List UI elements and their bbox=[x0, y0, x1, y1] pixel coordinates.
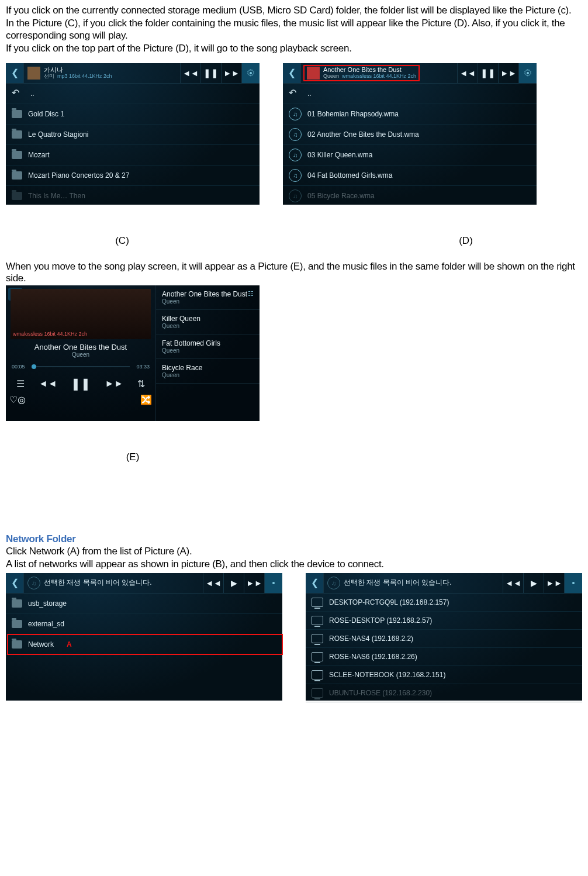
device-name: UBUNTU-ROSE (192.168.2.230) bbox=[329, 689, 432, 697]
folder-row[interactable]: Mozart Piano Concertos 20 & 27 bbox=[6, 165, 260, 186]
caption-c: (C) bbox=[6, 235, 238, 247]
prev-button[interactable]: ◄◄ bbox=[39, 378, 57, 389]
folder-name: Mozart bbox=[28, 151, 50, 159]
file-row[interactable]: ♫05 Bicycle Race.wma bbox=[283, 186, 537, 205]
folder-name: Le Quattro Stagioni bbox=[28, 130, 88, 139]
next-button[interactable]: ►► bbox=[498, 63, 518, 83]
up-folder-row[interactable]: .. bbox=[283, 84, 537, 104]
network-device-row[interactable]: UBUNTU-ROSE (192.168.2.230) bbox=[306, 684, 582, 702]
time-current: 00:05 bbox=[12, 364, 28, 370]
play-button[interactable]: ▶ bbox=[223, 573, 244, 593]
settings-button[interactable] bbox=[264, 573, 282, 593]
prev-button[interactable]: ◄◄ bbox=[203, 573, 223, 593]
shuffle-icon[interactable]: 🔀 bbox=[140, 394, 152, 405]
now-playing-bar[interactable]: Another One Bites the Dust Queen wmaloss… bbox=[301, 64, 457, 82]
item-artist: Queen bbox=[162, 323, 254, 329]
back-button[interactable]: ❮ bbox=[6, 63, 24, 83]
back-button[interactable]: ❮ bbox=[283, 63, 301, 83]
item-title: Killer Queen bbox=[162, 315, 254, 323]
folder-name: Mozart Piano Concertos 20 & 27 bbox=[28, 171, 129, 180]
highlight-box-a bbox=[7, 634, 283, 655]
album-thumb-icon bbox=[307, 67, 320, 80]
paragraph-3: If you click on the top part of the Pict… bbox=[6, 43, 582, 54]
now-playing-bar[interactable]: 가시나 선미 mp3 16bit 44.1KHz 2ch bbox=[24, 67, 180, 80]
playlist-item[interactable]: Fat Bottomed GirlsQueen bbox=[156, 334, 260, 359]
folder-name: usb_storage bbox=[28, 599, 67, 608]
file-row[interactable]: ♫03 Killer Queen.wma bbox=[283, 145, 537, 165]
pc-icon bbox=[312, 688, 323, 698]
seek-bar[interactable] bbox=[32, 366, 130, 367]
playlist-item[interactable]: ☷Another One Bites the DustQueen bbox=[156, 285, 260, 310]
item-artist: Queen bbox=[162, 372, 254, 378]
pause-button[interactable]: ❚❚ bbox=[71, 377, 91, 391]
prev-button[interactable]: ◄◄ bbox=[180, 63, 200, 83]
up-icon bbox=[289, 89, 302, 98]
np-artist: Queen bbox=[323, 73, 339, 79]
svg-point-3 bbox=[572, 582, 575, 584]
item-title: Fat Bottomed Girls bbox=[162, 339, 254, 347]
folder-row[interactable]: Le Quattro Stagioni bbox=[6, 125, 260, 145]
file-row[interactable]: ♫01 Bohemian Rhapsody.wma bbox=[283, 104, 537, 125]
music-icon: ♫ bbox=[289, 189, 302, 202]
screenshot-b: ❮ ♫ 선택한 재생 목록이 비어 있습니다. ◄◄ ▶ ►► DESKTOP-… bbox=[306, 573, 582, 701]
screenshot-c: ❮ 가시나 선미 mp3 16bit 44.1KHz 2ch ◄◄ ❚❚ ►► … bbox=[6, 63, 260, 205]
paragraph-4: When you move to the song play screen, i… bbox=[6, 261, 582, 285]
next-button[interactable]: ►► bbox=[544, 573, 564, 593]
pc-icon bbox=[312, 616, 323, 625]
now-playing-bar[interactable]: ♫ 선택한 재생 목록이 비어 있습니다. bbox=[24, 577, 203, 589]
up-folder-row[interactable]: .. bbox=[6, 84, 260, 104]
svg-point-0 bbox=[250, 72, 252, 74]
music-icon: ♫ bbox=[289, 169, 302, 182]
up-icon bbox=[12, 89, 25, 98]
network-device-row[interactable]: SCLEE-NOTEBOOK (192.168.2.151) bbox=[306, 666, 582, 684]
pc-icon bbox=[312, 634, 323, 643]
file-name: 02 Another One Bites the Dust.wma bbox=[307, 130, 419, 139]
playlist-item[interactable]: Killer QueenQueen bbox=[156, 310, 260, 334]
back-button[interactable]: ❮ bbox=[306, 573, 324, 593]
playlist-item[interactable]: Bicycle RaceQueen bbox=[156, 359, 260, 384]
svg-point-2 bbox=[272, 582, 275, 584]
settings-button[interactable] bbox=[518, 63, 537, 83]
item-title: Bicycle Race bbox=[162, 364, 254, 372]
up-label: .. bbox=[30, 89, 34, 98]
settings-button[interactable] bbox=[241, 63, 260, 83]
np-meta: mp3 16bit 44.1KHz 2ch bbox=[57, 73, 112, 79]
file-row[interactable]: ♫02 Another One Bites the Dust.wma bbox=[283, 125, 537, 145]
record-icon[interactable]: ◎ bbox=[18, 394, 26, 405]
settings-button[interactable] bbox=[564, 573, 582, 593]
pause-button[interactable]: ❚❚ bbox=[478, 63, 498, 83]
back-button[interactable]: ❮ bbox=[6, 573, 24, 593]
paragraph-6: A list of networks will appear as shown … bbox=[6, 558, 582, 570]
file-name: 05 Bicycle Race.wma bbox=[307, 192, 375, 200]
folder-row[interactable]: external_sd bbox=[6, 614, 282, 634]
folder-row[interactable]: Gold Disc 1 bbox=[6, 104, 260, 125]
album-art: wmalossless 16bit 44.1KHz 2ch bbox=[11, 289, 151, 339]
folder-row[interactable]: Mozart bbox=[6, 145, 260, 165]
play-button[interactable]: ▶ bbox=[523, 573, 544, 593]
caption-e: (E) bbox=[6, 451, 260, 463]
np-meta: wmalossless 16bit 44.1KHz 2ch bbox=[342, 73, 416, 79]
prev-button[interactable]: ◄◄ bbox=[457, 63, 478, 83]
np-empty-text: 선택한 재생 목록이 비어 있습니다. bbox=[44, 578, 152, 588]
prev-button[interactable]: ◄◄ bbox=[503, 573, 523, 593]
now-playing-bar[interactable]: ♫ 선택한 재생 목록이 비어 있습니다. bbox=[324, 577, 503, 589]
network-device-row[interactable]: ROSE-NAS6 (192.168.2.26) bbox=[306, 648, 582, 666]
menu-icon[interactable]: ☰ bbox=[16, 378, 25, 389]
sort-icon[interactable]: ⇅ bbox=[137, 378, 145, 389]
next-button[interactable]: ►► bbox=[221, 63, 241, 83]
network-device-row[interactable]: ROSE-NAS4 (192.168.2.2) bbox=[306, 630, 582, 648]
screenshot-a: ❮ ♫ 선택한 재생 목록이 비어 있습니다. ◄◄ ▶ ►► usb_stor… bbox=[6, 573, 282, 701]
network-device-row[interactable]: DESKTOP-RCTGQ9L (192.168.2.157) bbox=[306, 594, 582, 612]
next-button[interactable]: ►► bbox=[105, 378, 123, 389]
time-total: 03:33 bbox=[133, 364, 150, 370]
next-button[interactable]: ►► bbox=[244, 573, 264, 593]
folder-row[interactable]: This Is Me… Then bbox=[6, 186, 260, 205]
pc-icon bbox=[312, 598, 323, 607]
file-row[interactable]: ♫04 Fat Bottomed Girls.wma bbox=[283, 165, 537, 186]
track-meta: wmalossless 16bit 44.1KHz 2ch bbox=[13, 331, 87, 337]
pause-button[interactable]: ❚❚ bbox=[200, 63, 221, 83]
folder-row[interactable]: usb_storage bbox=[6, 594, 282, 614]
network-device-row[interactable]: ROSE-DESKTOP (192.168.2.57) bbox=[306, 612, 582, 630]
heart-icon[interactable]: ♡ bbox=[9, 394, 18, 405]
music-icon: ♫ bbox=[27, 577, 40, 589]
